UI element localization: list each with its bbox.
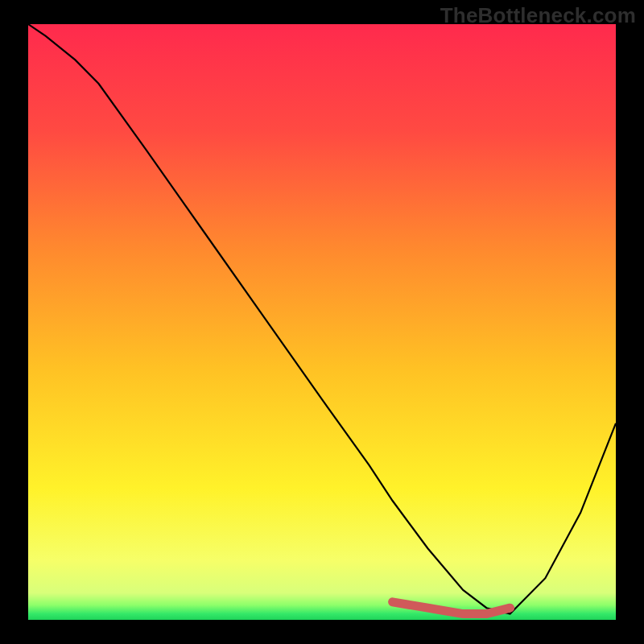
plot-area [28, 24, 616, 620]
chart-frame: TheBottleneck.com [0, 0, 644, 644]
chart-svg [28, 24, 616, 620]
gradient-background [28, 24, 616, 620]
watermark-text: TheBottleneck.com [440, 3, 636, 28]
